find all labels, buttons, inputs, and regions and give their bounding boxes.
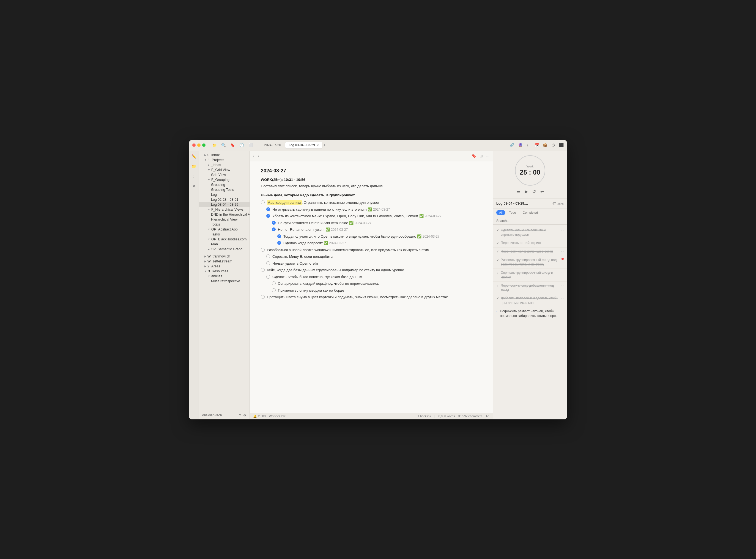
close-button[interactable]	[192, 143, 196, 147]
task-checkbox[interactable]	[266, 261, 270, 265]
timer-settings-icon[interactable]: ⇌	[540, 189, 544, 194]
task-checkbox-done[interactable]: ✓	[266, 214, 270, 218]
sidebar-item-fgridview[interactable]: ▼ F_Grid View	[199, 167, 250, 172]
new-folder-icon[interactable]: 📁	[190, 163, 197, 170]
columns-icon[interactable]: ⊞	[479, 154, 483, 158]
minimize-button[interactable]	[197, 143, 200, 147]
sidebar-item-totals[interactable]: Totals	[199, 222, 250, 227]
history-icon[interactable]: 🕐	[239, 143, 244, 147]
settings-icon[interactable]: ⚙	[243, 413, 246, 417]
maximize-button[interactable]	[202, 143, 206, 147]
sidebar-item-semantic[interactable]: ▶ OP_Semantic Graph	[199, 247, 250, 252]
sidebar-item-grouping[interactable]: Grouping	[199, 182, 250, 187]
sidebar-item-hierview[interactable]: Hierarchical View	[199, 217, 250, 222]
main-window: 📁 🔍 🔖 🕐 ⬜ 2024-07-20 Log 03-04 - 03-29 ✕…	[189, 140, 567, 419]
tab-1[interactable]: 2024-07-20	[261, 142, 284, 149]
help-icon[interactable]: ?	[239, 413, 241, 417]
task-date: 2024-03-27	[425, 214, 441, 218]
task-right: - -	[561, 270, 564, 274]
sidebar-item-articles[interactable]: ▼ articles	[199, 274, 250, 279]
task-checkbox-done[interactable]: ✓	[277, 234, 281, 238]
panel-task-text: Спрятать группировочный филд в кнопку	[501, 270, 559, 280]
more-options-icon[interactable]: ···	[486, 154, 490, 158]
tab-add-button[interactable]: +	[323, 143, 326, 148]
task-search-input[interactable]	[496, 219, 564, 223]
sidebar-item-inbox[interactable]: ▶ 0_Inbox	[199, 153, 250, 157]
task-checkbox[interactable]	[272, 288, 276, 292]
sidebar-item-abstract[interactable]: ▼ OP_Abstract App	[199, 227, 250, 232]
sidebar-item-log[interactable]: Log	[199, 192, 250, 197]
task-date: 2024-03-27	[373, 208, 390, 211]
arrow-icon: ▼	[208, 238, 210, 241]
search-icon[interactable]: 🔍	[221, 143, 226, 147]
arrow-icon: ▶	[205, 154, 206, 156]
task-checkbox-done[interactable]: ✓	[266, 207, 270, 211]
sidebar-toggle-icon[interactable]: ⬜	[249, 143, 253, 147]
tab-all[interactable]: All	[496, 210, 505, 215]
timer-icon[interactable]: ⏱	[551, 143, 555, 147]
tab-2-close[interactable]: ✕	[317, 144, 319, 147]
sidebar-item-muse[interactable]: Muse retrospective	[199, 279, 250, 284]
sidebar-item-zettel[interactable]: ▶ W_zettel.stream	[199, 259, 250, 264]
sidebar-item-plan[interactable]: Plan	[199, 242, 250, 247]
sidebar-item-ideas[interactable]: ▶ _Ideas	[199, 162, 250, 167]
sidebar-tree: ▶ 0_Inbox ▼ 1_Projects ▶ _Ideas ▼ F_Grid…	[199, 151, 250, 411]
task-checkbox[interactable]	[261, 248, 265, 252]
task-checkbox[interactable]	[266, 275, 270, 279]
sidebar-item-projects[interactable]: ▼ 1_Projects	[199, 157, 250, 162]
back-button[interactable]: ‹	[253, 154, 255, 158]
task-right: - -	[561, 283, 564, 288]
bookmark-note-icon[interactable]: 🔖	[472, 154, 476, 158]
titlebar: 📁 🔍 🔖 🕐 ⬜ 2024-07-20 Log 03-04 - 03-29 ✕…	[189, 140, 567, 151]
sidebar-item-trafimovi[interactable]: ▶ W_trafimovi.ch	[199, 254, 250, 259]
status-backlink[interactable]: 1 backlink	[418, 415, 431, 418]
traffic-lights	[192, 143, 206, 147]
sidebar-item-gridview[interactable]: Grid View	[199, 172, 250, 177]
panel-icon[interactable]: ⬛	[559, 143, 564, 147]
task-text: Протащить цвета енума в цвет карточки и …	[267, 294, 482, 300]
sort-icon[interactable]: ↕	[192, 173, 196, 180]
tag-icon[interactable]: 🏷	[526, 143, 530, 147]
task-checkbox-done[interactable]: ✓	[272, 221, 276, 225]
status-font[interactable]: Aa	[486, 415, 490, 418]
link-icon[interactable]: 🔗	[510, 143, 514, 147]
task-checkbox[interactable]	[266, 254, 270, 258]
folder-icon[interactable]: 📁	[212, 143, 217, 147]
timer-reset-icon[interactable]: ↺	[532, 189, 536, 194]
status-whisper: Whisper Idle	[269, 415, 286, 418]
task-text: Нельзя удалять Open стейт	[273, 261, 482, 266]
note-description: Составил этот список, теперь нужно выбра…	[261, 183, 482, 189]
sidebar-item-blackhoodies[interactable]: ▼ OP_BlackHoodies.com	[199, 237, 250, 242]
sidebar-item-log0228[interactable]: Log 02-28 - 03-01	[199, 197, 250, 202]
sidebar-item-tasks[interactable]: Tasks	[199, 232, 250, 237]
tab-completed[interactable]: Completed	[520, 210, 541, 215]
panel-task-item: ✓ Переписать на тайпскрипт - -	[493, 239, 567, 248]
arrow-icon: ▶	[205, 260, 206, 263]
task-checkbox[interactable]	[261, 295, 265, 299]
timer-play-icon[interactable]: ▶	[525, 189, 528, 194]
new-note-icon[interactable]: ✏️	[190, 153, 197, 160]
sidebar-item-fgrouping[interactable]: ▼ F_Grouping	[199, 177, 250, 182]
graph-icon[interactable]: 🔮	[518, 143, 523, 147]
task-checkbox-done[interactable]: ✓	[272, 227, 276, 231]
task-checkbox[interactable]	[261, 200, 265, 204]
sidebar-item-log0304[interactable]: Log 03-04 - 03-29	[199, 202, 250, 207]
archive-icon[interactable]: 📦	[543, 143, 547, 147]
close-sidebar-icon[interactable]: ✕	[191, 183, 197, 189]
calendar-icon[interactable]: 📅	[534, 143, 539, 147]
tab-todo[interactable]: Todo	[506, 210, 519, 215]
task-checkbox[interactable]	[272, 282, 276, 285]
task-item: Мастхев для релиза. Ограничить контекстн…	[261, 200, 482, 205]
sidebar-item-resources[interactable]: ▼ 3_Resources	[199, 269, 250, 274]
bookmark-icon[interactable]: 🔖	[230, 143, 235, 147]
sidebar-item-areas[interactable]: ▶ 2_Areas	[199, 264, 250, 269]
forward-button[interactable]: ›	[258, 154, 259, 158]
timer-list-icon[interactable]: ☰	[516, 189, 520, 194]
sidebar-item-dnd[interactable]: DND in the Hierarchical Views	[199, 212, 250, 217]
task-checkbox-done[interactable]: ✓	[277, 241, 281, 245]
sidebar-item-groupingtests[interactable]: Grouping Tests	[199, 187, 250, 192]
arrow-icon: ▶	[208, 163, 210, 166]
task-checkbox[interactable]	[261, 268, 265, 272]
sidebar-item-fhier[interactable]: ▼ F_Hierarchical Views	[199, 207, 250, 212]
tab-2[interactable]: Log 03-04 - 03-29 ✕	[285, 142, 322, 149]
